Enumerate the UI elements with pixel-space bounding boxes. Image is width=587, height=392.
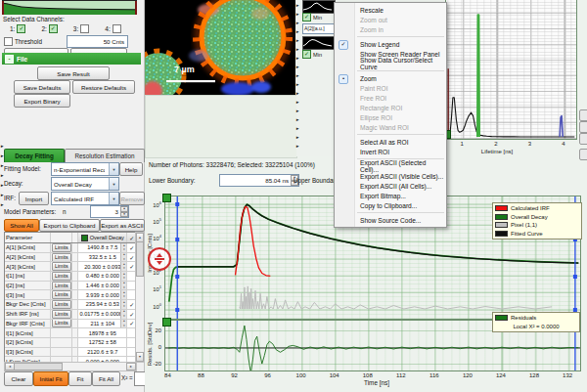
collapse-arrow-icon[interactable]: ►: [295, 118, 299, 122]
lower-boundary-input[interactable]: 85.04 ns ▲▼: [219, 174, 299, 187]
lifetime-histogram[interactable]: [445, 0, 577, 140]
collapse-arrow-icon[interactable]: ►: [0, 174, 4, 178]
irf-select[interactable]: Calculated IRF ▼: [51, 192, 119, 205]
collapse-arrow-icon[interactable]: ►: [295, 30, 299, 34]
table-row[interactable]: Bkgr IRF [Cnts]Limits211 ± 104▲▼✓: [5, 320, 136, 329]
spinner-buttons[interactable]: ▲▼: [120, 253, 126, 262]
table-row[interactable]: A[2] [kCnts]Limits332.5 ± 1.5▲▼✓: [5, 253, 136, 263]
initial-fit-button[interactable]: Initial Fit: [33, 371, 68, 386]
parameter-value[interactable]: 211 ± 104▲▼: [78, 320, 127, 328]
collapse-arrow-icon[interactable]: ►: [295, 48, 299, 52]
menu-item-invert-roi[interactable]: Invert ROI: [335, 147, 446, 156]
menu-item-free-roi[interactable]: Free ROI: [335, 93, 446, 103]
collapse-arrow-icon[interactable]: ►: [295, 109, 299, 113]
collapse-arrow-icon[interactable]: ►: [0, 194, 4, 197]
intensity-histogram-thumb[interactable]: [302, 36, 336, 50]
edge-widget[interactable]: [579, 121, 587, 133]
collapse-arrow-icon[interactable]: ►: [295, 74, 299, 78]
menu-item-zoom[interactable]: •Zoom: [335, 73, 446, 83]
collapse-arrow-icon[interactable]: ►: [295, 92, 299, 96]
table-row[interactable]: t[1] [ns]Limits0.480 ± 0.000▲▼: [5, 272, 136, 282]
spinner-buttons[interactable]: ▲▼: [120, 290, 126, 299]
fit-button[interactable]: Fit: [68, 371, 92, 386]
decay-legend[interactable]: Calculated IRFOverall DecayPixel (1,1)Fi…: [492, 202, 582, 240]
microscopy-image[interactable]: 7 µm: [145, 0, 295, 95]
edge-widget[interactable]: [579, 149, 587, 160]
col-parameter[interactable]: Parameter: [5, 233, 51, 242]
col-overall-decay[interactable]: Overall Decay: [78, 233, 127, 242]
parameter-value[interactable]: 0.480 ± 0.000▲▼: [78, 272, 127, 281]
collapse-arrow-icon[interactable]: ►: [295, 145, 299, 149]
save-result-button[interactable]: Save Result: [37, 66, 110, 80]
clear-button[interactable]: Clear: [4, 371, 33, 386]
threshold-checkbox[interactable]: [4, 37, 13, 46]
menu-item-magic-wand-roi[interactable]: Magic Wand ROI: [335, 122, 446, 132]
collapse-arrow-icon[interactable]: ►: [295, 101, 299, 105]
menu-item-export-ascii-selected-cell[interactable]: Export ASCII (Selected Cell)...: [335, 161, 446, 171]
collapse-arrow-icon[interactable]: ►: [295, 4, 299, 8]
chevron-down-icon[interactable]: ▼: [109, 178, 118, 190]
panel-collapse-strip-left[interactable]: ►►►►►►►: [0, 145, 5, 262]
collapse-arrow-icon[interactable]: ►: [295, 39, 299, 43]
menu-item-show-source-code[interactable]: Show Source Code...: [335, 215, 446, 225]
channel-checkbox[interactable]: [80, 24, 89, 33]
channel-checkbox[interactable]: ✓: [49, 24, 58, 33]
spinner-buttons[interactable]: ▲▼: [120, 243, 126, 252]
limits-button[interactable]: Limits: [52, 262, 71, 271]
menu-item-select-all-as-roi[interactable]: Select All as ROI: [335, 137, 446, 147]
collapse-arrow-icon[interactable]: ►: [0, 154, 4, 158]
menu-item-rectangle-roi[interactable]: Rectangle ROI: [335, 103, 446, 112]
collapse-arrow-icon[interactable]: ►: [295, 127, 299, 131]
spinner-buttons[interactable]: ▲▼: [120, 206, 128, 217]
table-row[interactable]: I[2] [kCnts]12752 ± 58: [5, 338, 136, 348]
parameter-value[interactable]: 235.94 ± 0.53▲▼: [78, 300, 127, 309]
table-row[interactable]: Bkgr Dec [Cnts]Limits235.94 ± 0.53▲▼✓: [5, 300, 136, 310]
menu-item-show-legend[interactable]: ✓Show Legend: [335, 39, 446, 49]
restore-defaults-button[interactable]: Restore Defaults: [72, 80, 135, 94]
parameter-value[interactable]: 1490.8 ± 7.5▲▼: [78, 243, 127, 252]
menu-item-zoom-out[interactable]: Zoom out: [335, 15, 446, 24]
collapse-arrow-icon[interactable]: ►: [0, 203, 4, 207]
menu-item-export-ascii-all-cells[interactable]: Export ASCII (All Cells)...: [335, 181, 446, 191]
table-row[interactable]: A[1] [kCnts]Limits1490.8 ± 7.5▲▼✓: [5, 243, 136, 253]
parameter-value[interactable]: 20.300 ± 0.093▲▼: [78, 262, 127, 271]
table-horizontal-scrollbar[interactable]: ◄ ►: [4, 362, 137, 371]
table-row[interactable]: Shift IRF [ns]Limits0.01775 ± 0.00081▲▼✓: [5, 310, 136, 320]
parameter-value[interactable]: 18978 ± 95: [78, 328, 127, 337]
spinner-buttons[interactable]: ▲▼: [120, 282, 126, 290]
limits-button[interactable]: Limits: [52, 272, 71, 281]
plot-corner-handle[interactable]: [162, 194, 171, 202]
collapse-arrow-icon[interactable]: ►: [295, 13, 299, 17]
limits-button[interactable]: Limits: [52, 320, 71, 328]
limits-button[interactable]: Limits: [52, 300, 71, 309]
collapse-arrow-icon[interactable]: ►: [295, 83, 299, 87]
irf-import-button[interactable]: Import: [19, 192, 49, 205]
collapse-arrow-icon[interactable]: ►: [295, 136, 299, 140]
model-parameters-input[interactable]: 3 ▲▼: [90, 205, 129, 218]
tab-decay-fitting[interactable]: Decay Fitting: [4, 149, 65, 162]
collapse-arrow-icon[interactable]: ►: [0, 184, 4, 188]
table-vertical-scrollbar[interactable]: ▲ ▼: [135, 232, 145, 363]
save-defaults-button[interactable]: Save Defaults: [14, 80, 70, 94]
channel-checkbox[interactable]: ✓: [17, 24, 25, 33]
edge-widget[interactable]: [579, 109, 587, 121]
channel-checkbox[interactable]: [113, 24, 121, 33]
parameter-value[interactable]: 3.939 ± 0.000▲▼: [78, 290, 127, 299]
export-binary-button[interactable]: Export Binary: [14, 94, 70, 108]
parameter-value[interactable]: 12752 ± 58: [78, 338, 127, 347]
mini-decay-preview[interactable]: [2, 0, 137, 15]
menu-item-paint-roi[interactable]: Paint ROI: [335, 83, 446, 93]
table-row[interactable]: I[3] [kCnts]2120.6 ± 9.7: [5, 348, 136, 358]
menu-item-show-data-cursor-select-curve[interactable]: Show Data Cursor/Select Curve: [335, 59, 446, 68]
menu-item-copy-to-clipboard[interactable]: Copy to Clipboard...: [335, 200, 446, 210]
tab-resolution-estimation[interactable]: Resolution Estimation: [65, 149, 145, 162]
menu-item-export-ascii-visible-cells[interactable]: Export ASCII (Visible Cells)...: [335, 171, 446, 181]
spinner-buttons[interactable]: ▲▼: [120, 262, 126, 271]
help-button[interactable]: Help: [119, 162, 143, 176]
collapse-arrow-icon[interactable]: ►: [295, 57, 299, 61]
table-row[interactable]: I[1] [kCnts]18978 ± 95: [5, 328, 136, 338]
fitting-model-select[interactable]: n-Exponential Reconvolution ▼: [51, 162, 119, 176]
table-row[interactable]: t[2] [ns]Limits1.446 ± 0.000▲▼: [5, 282, 136, 291]
limits-button[interactable]: Limits: [52, 310, 71, 319]
parameter-value[interactable]: 0.01775 ± 0.00081▲▼: [78, 310, 127, 319]
